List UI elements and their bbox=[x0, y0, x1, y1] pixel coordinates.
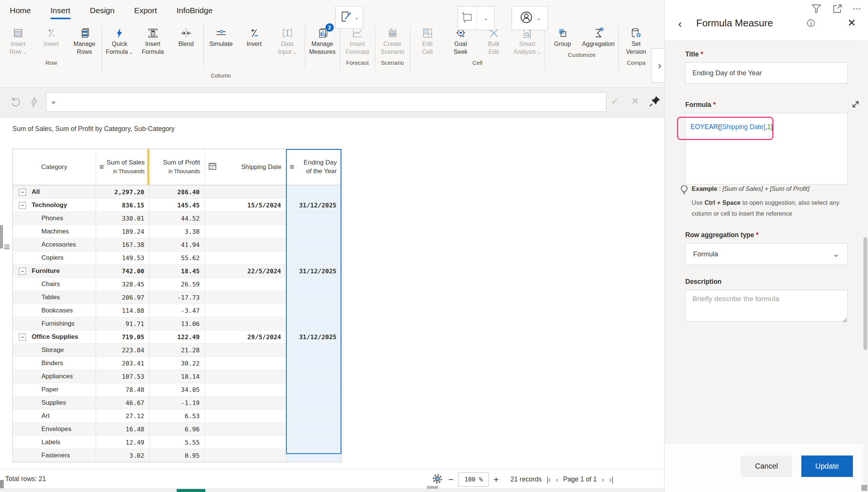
info-icon[interactable]: ⓘ bbox=[807, 18, 815, 29]
invert-column-button[interactable]: Invert bbox=[238, 23, 271, 48]
invert-row-button[interactable]: Invert bbox=[35, 23, 68, 48]
blend-icon bbox=[180, 26, 192, 40]
tab-design[interactable]: Design bbox=[90, 6, 115, 19]
collapse-icon[interactable]: − bbox=[19, 334, 26, 341]
table-row[interactable]: Chairs 328.4526.59 bbox=[13, 277, 341, 291]
popout-icon[interactable] bbox=[832, 3, 843, 14]
data-input-button[interactable]: Data Input⌄ bbox=[271, 23, 304, 56]
table-row[interactable]: Appliances 107.5318.14 bbox=[13, 370, 341, 383]
blend-button[interactable]: Blend bbox=[170, 23, 203, 48]
collapse-icon[interactable]: − bbox=[19, 268, 26, 275]
table-row[interactable]: −All 2,297.20286.40 bbox=[13, 185, 341, 198]
previous-page-button[interactable]: ‹ bbox=[556, 475, 558, 484]
table-row[interactable]: Fasteners 3.020.95 bbox=[13, 449, 341, 462]
table-row[interactable]: Accessories 167.3841.94 bbox=[13, 238, 341, 251]
back-icon[interactable]: ‹ bbox=[678, 18, 682, 29]
table-row[interactable]: −Technology 836.15145.45 15/5/202431/12/… bbox=[13, 198, 341, 212]
header-ending-day[interactable]: ≡ Ending Dayof the Year bbox=[286, 149, 341, 185]
table-row[interactable]: Envelopes 16.486.96 bbox=[13, 422, 341, 436]
lightning-outline-icon[interactable] bbox=[29, 96, 40, 110]
group-label-column: Column bbox=[211, 69, 231, 81]
table-row[interactable]: −Furniture 742.0018.45 22/5/202431/12/20… bbox=[13, 264, 341, 277]
manage-rows-button[interactable]: Manage Rows bbox=[68, 23, 101, 56]
update-button[interactable]: Update bbox=[801, 455, 853, 477]
header-shipping-date[interactable]: Shipping Date bbox=[205, 149, 286, 185]
close-icon[interactable]: ✕ bbox=[847, 18, 856, 28]
table-row[interactable]: Bookcases 114.88-3.47 bbox=[13, 304, 341, 317]
ribbon-group-row: Insert Row⌄ Invert bbox=[2, 23, 101, 68]
zoom-out-button[interactable]: − bbox=[448, 474, 454, 485]
header-sum-of-sales[interactable]: ≡ Sum of Salesin Thousands bbox=[96, 149, 149, 185]
table-row[interactable]: Storage 223.8421.28 bbox=[13, 343, 341, 356]
tab-home[interactable]: Home bbox=[10, 6, 31, 19]
panel-scrollbar[interactable] bbox=[863, 41, 868, 492]
add-comment-button[interactable] bbox=[458, 6, 476, 30]
ribbon-group-column: Quick Formula⌄ Insert Formula bbox=[103, 23, 339, 81]
undo-icon[interactable] bbox=[10, 96, 22, 110]
insert-row-button[interactable]: Insert Row⌄ bbox=[2, 23, 35, 56]
aggregation-type-select[interactable]: Formula ⌄ bbox=[685, 243, 848, 265]
horizontal-scroll-thumb[interactable] bbox=[427, 486, 438, 489]
account-button[interactable]: ⌄ bbox=[512, 6, 548, 30]
settings-gear-icon[interactable] bbox=[431, 473, 443, 486]
title-field-input[interactable] bbox=[685, 62, 848, 84]
table-row[interactable]: Paper 78.4834.05 bbox=[13, 383, 341, 396]
resize-corner[interactable] bbox=[861, 485, 867, 491]
tab-export[interactable]: Export bbox=[134, 6, 157, 19]
header-sum-of-profit[interactable]: Sum of Profitin Thousands bbox=[149, 149, 205, 185]
ribbon-separator bbox=[102, 26, 102, 72]
simulate-button[interactable]: Simulate bbox=[205, 23, 238, 48]
group-button[interactable]: Group bbox=[546, 23, 579, 48]
first-page-button[interactable]: |‹ bbox=[547, 475, 551, 484]
filter-icon[interactable] bbox=[811, 3, 822, 14]
discard-formula-icon[interactable]: ✕ bbox=[631, 96, 639, 107]
table-row[interactable]: Phones 330.0144.52 bbox=[13, 212, 341, 225]
tab-insert[interactable]: Insert bbox=[50, 6, 70, 19]
example-line: Example : [Sum of Sales] + [Sum of Profi… bbox=[692, 185, 846, 192]
zoom-in-button[interactable]: + bbox=[494, 474, 499, 485]
edit-visual-button[interactable]: ⌄ bbox=[335, 6, 363, 29]
manage-measures-button[interactable]: 2 Manage Measures bbox=[306, 23, 339, 56]
description-textarea[interactable] bbox=[685, 290, 848, 321]
create-scenario-button[interactable]: Create Scenario bbox=[376, 23, 409, 56]
table-row[interactable]: Machines 189.243.38 bbox=[13, 225, 341, 238]
ribbon-tabs: Home Insert Design Export InfoBridge bbox=[0, 0, 664, 19]
set-version-button[interactable]: Set Version bbox=[619, 23, 653, 56]
more-options-icon[interactable]: ··· bbox=[853, 5, 862, 13]
aggregation-button[interactable]: Aggregation bbox=[579, 23, 617, 48]
tab-infobridge[interactable]: InfoBridge bbox=[177, 6, 213, 19]
accept-formula-icon[interactable]: ✓ bbox=[611, 96, 619, 107]
table-row[interactable]: −Office Supplies 719.05122.49 29/5/20243… bbox=[13, 330, 341, 343]
insert-formula-button[interactable]: Insert Formula bbox=[136, 23, 170, 56]
last-page-button[interactable]: ›| bbox=[609, 475, 614, 484]
group-label-compare: Compa bbox=[627, 56, 645, 68]
table-row[interactable]: Art 27.126.53 bbox=[13, 409, 341, 422]
collapse-icon[interactable]: − bbox=[19, 202, 26, 209]
table-row[interactable]: Labels 12.495.55 bbox=[13, 436, 341, 449]
bottom-scroll-strip[interactable] bbox=[0, 489, 664, 492]
edit-cell-button[interactable]: Edit Cell bbox=[411, 23, 444, 56]
scrollbar-thumb[interactable] bbox=[863, 237, 867, 350]
left-scrollbar[interactable] bbox=[0, 225, 3, 248]
comment-dropdown-button[interactable]: ⌄ bbox=[476, 6, 495, 30]
chevron-down-icon: ⌄ bbox=[292, 49, 296, 55]
collapse-icon[interactable]: − bbox=[19, 189, 26, 196]
table-row[interactable]: Copiers 149.5355.62 bbox=[13, 251, 341, 264]
header-category[interactable]: Category bbox=[13, 149, 96, 185]
expand-formula-icon[interactable] bbox=[851, 99, 860, 111]
table-row[interactable]: Supplies 46.67-1.19 bbox=[13, 396, 341, 409]
ribbon-separator bbox=[410, 26, 410, 72]
chevron-right-icon: › bbox=[658, 60, 662, 72]
cancel-button[interactable]: Cancel bbox=[741, 455, 792, 477]
chevron-down-icon: ⌄ bbox=[355, 15, 359, 20]
quick-formula-button[interactable]: Quick Formula⌄ bbox=[103, 23, 136, 56]
table-row[interactable]: Binders 203.4130.22 bbox=[13, 356, 341, 370]
table-row[interactable]: Furnishings 91.7113.06 bbox=[13, 317, 341, 330]
next-page-button[interactable]: › bbox=[602, 475, 604, 484]
zoom-level-input[interactable]: 100 % bbox=[458, 472, 489, 487]
table-row[interactable]: Tables 206.97-17.73 bbox=[13, 291, 341, 304]
ribbon: Home Insert Design Export InfoBridge Ins… bbox=[0, 0, 664, 88]
formula-input[interactable] bbox=[46, 92, 607, 112]
pin-icon[interactable] bbox=[649, 94, 662, 109]
row-drag-handle-icon[interactable]: ≡ bbox=[4, 241, 10, 253]
